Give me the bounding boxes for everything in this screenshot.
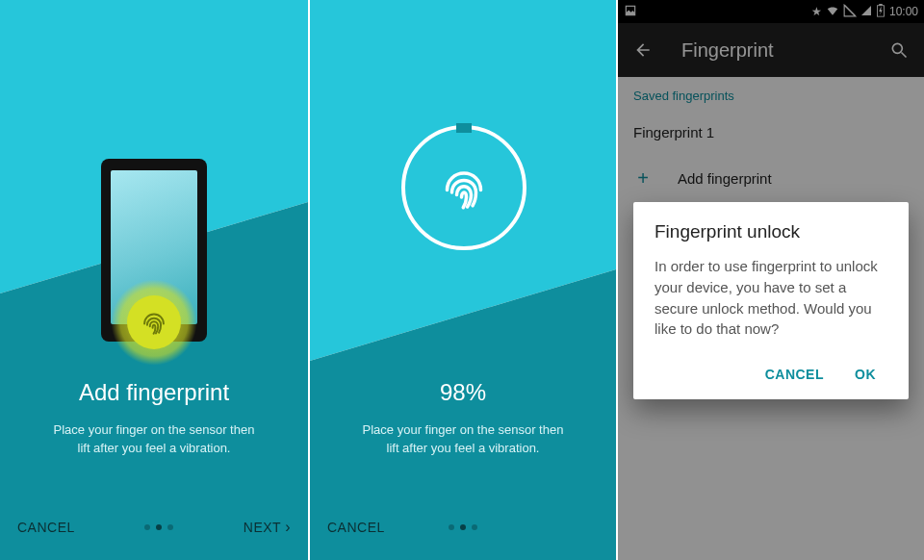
footer: CANCEL	[310, 504, 616, 550]
dialog-cancel-button[interactable]: CANCEL	[754, 357, 835, 392]
page-body: Place your finger on the sensor then lif…	[48, 421, 260, 458]
cancel-button[interactable]: CANCEL	[17, 520, 75, 535]
dialog-body: In order to use fingerprint to unlock yo…	[654, 256, 887, 340]
fingerprint-icon	[138, 306, 170, 339]
page-dots	[144, 524, 173, 530]
progress-percent: 98%	[310, 379, 616, 406]
footer: CANCEL NEXT ›	[0, 504, 308, 550]
dialog-title: Fingerprint unlock	[654, 221, 887, 242]
chevron-right-icon: ›	[285, 520, 291, 535]
page-title: Add fingerprint	[0, 379, 308, 406]
progress-ring	[401, 125, 526, 250]
fingerprint-icon	[435, 159, 493, 216]
next-button[interactable]: NEXT ›	[244, 520, 291, 535]
screen-fingerprint-settings: ★ 10:00 Fingerprint	[616, 0, 924, 560]
page-dots	[449, 524, 477, 530]
dialog-actions: CANCEL OK	[654, 357, 887, 392]
dialog-ok-button[interactable]: OK	[843, 357, 887, 392]
cancel-button[interactable]: CANCEL	[327, 520, 385, 535]
page-body: Place your finger on the sensor then lif…	[358, 421, 568, 458]
screen-add-fingerprint: Add fingerprint Place your finger on the…	[0, 0, 308, 560]
fingerprint-sensor-highlight	[111, 279, 197, 366]
screen-scan-progress: 98% Place your finger on the sensor then…	[308, 0, 616, 560]
fingerprint-unlock-dialog: Fingerprint unlock In order to use finge…	[633, 202, 909, 399]
